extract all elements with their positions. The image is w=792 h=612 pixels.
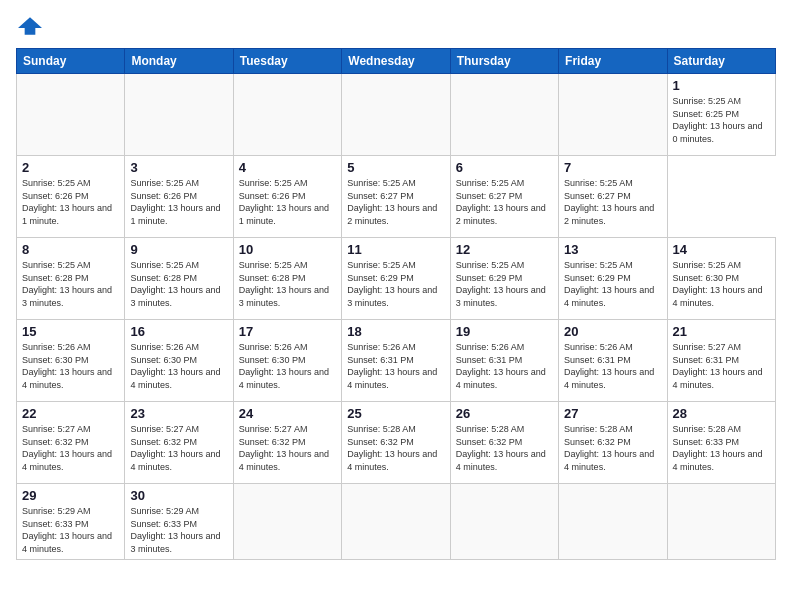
- day-info: Sunrise: 5:25 AMSunset: 6:26 PMDaylight:…: [22, 177, 119, 227]
- calendar-day-cell: 22Sunrise: 5:27 AMSunset: 6:32 PMDayligh…: [17, 402, 125, 484]
- day-of-week-header: Monday: [125, 49, 233, 74]
- calendar-day-cell: 29Sunrise: 5:29 AMSunset: 6:33 PMDayligh…: [17, 484, 125, 560]
- calendar-day-cell: 4Sunrise: 5:25 AMSunset: 6:26 PMDaylight…: [233, 156, 341, 238]
- calendar-day-cell: 3Sunrise: 5:25 AMSunset: 6:26 PMDaylight…: [125, 156, 233, 238]
- day-info: Sunrise: 5:25 AMSunset: 6:28 PMDaylight:…: [22, 259, 119, 309]
- calendar-day-cell: 28Sunrise: 5:28 AMSunset: 6:33 PMDayligh…: [667, 402, 775, 484]
- calendar-day-cell: [233, 74, 341, 156]
- calendar-day-cell: [233, 484, 341, 560]
- day-number: 23: [130, 406, 227, 421]
- calendar-day-cell: 5Sunrise: 5:25 AMSunset: 6:27 PMDaylight…: [342, 156, 450, 238]
- day-number: 19: [456, 324, 553, 339]
- day-number: 17: [239, 324, 336, 339]
- calendar-day-cell: 24Sunrise: 5:27 AMSunset: 6:32 PMDayligh…: [233, 402, 341, 484]
- calendar-header-row: SundayMondayTuesdayWednesdayThursdayFrid…: [17, 49, 776, 74]
- calendar-day-cell: 13Sunrise: 5:25 AMSunset: 6:29 PMDayligh…: [559, 238, 667, 320]
- calendar-day-cell: 12Sunrise: 5:25 AMSunset: 6:29 PMDayligh…: [450, 238, 558, 320]
- day-number: 18: [347, 324, 444, 339]
- day-info: Sunrise: 5:25 AMSunset: 6:27 PMDaylight:…: [347, 177, 444, 227]
- day-info: Sunrise: 5:26 AMSunset: 6:31 PMDaylight:…: [564, 341, 661, 391]
- day-info: Sunrise: 5:26 AMSunset: 6:30 PMDaylight:…: [22, 341, 119, 391]
- calendar-day-cell: [342, 484, 450, 560]
- calendar-day-cell: 26Sunrise: 5:28 AMSunset: 6:32 PMDayligh…: [450, 402, 558, 484]
- day-info: Sunrise: 5:29 AMSunset: 6:33 PMDaylight:…: [22, 505, 119, 555]
- calendar-day-cell: 19Sunrise: 5:26 AMSunset: 6:31 PMDayligh…: [450, 320, 558, 402]
- calendar-week-row: 15Sunrise: 5:26 AMSunset: 6:30 PMDayligh…: [17, 320, 776, 402]
- calendar-day-cell: 7Sunrise: 5:25 AMSunset: 6:27 PMDaylight…: [559, 156, 667, 238]
- day-number: 13: [564, 242, 661, 257]
- day-number: 16: [130, 324, 227, 339]
- calendar-day-cell: 9Sunrise: 5:25 AMSunset: 6:28 PMDaylight…: [125, 238, 233, 320]
- day-of-week-header: Thursday: [450, 49, 558, 74]
- day-info: Sunrise: 5:29 AMSunset: 6:33 PMDaylight:…: [130, 505, 227, 555]
- day-number: 24: [239, 406, 336, 421]
- day-number: 15: [22, 324, 119, 339]
- calendar-day-cell: 6Sunrise: 5:25 AMSunset: 6:27 PMDaylight…: [450, 156, 558, 238]
- day-info: Sunrise: 5:28 AMSunset: 6:32 PMDaylight:…: [347, 423, 444, 473]
- calendar-day-cell: [450, 484, 558, 560]
- day-number: 25: [347, 406, 444, 421]
- calendar-day-cell: 18Sunrise: 5:26 AMSunset: 6:31 PMDayligh…: [342, 320, 450, 402]
- day-info: Sunrise: 5:25 AMSunset: 6:27 PMDaylight:…: [456, 177, 553, 227]
- day-number: 7: [564, 160, 661, 175]
- calendar-week-row: 29Sunrise: 5:29 AMSunset: 6:33 PMDayligh…: [17, 484, 776, 560]
- day-number: 14: [673, 242, 770, 257]
- day-info: Sunrise: 5:27 AMSunset: 6:32 PMDaylight:…: [22, 423, 119, 473]
- calendar-day-cell: 14Sunrise: 5:25 AMSunset: 6:30 PMDayligh…: [667, 238, 775, 320]
- calendar-week-row: 8Sunrise: 5:25 AMSunset: 6:28 PMDaylight…: [17, 238, 776, 320]
- day-info: Sunrise: 5:28 AMSunset: 6:32 PMDaylight:…: [456, 423, 553, 473]
- calendar-week-row: 22Sunrise: 5:27 AMSunset: 6:32 PMDayligh…: [17, 402, 776, 484]
- calendar-day-cell: 8Sunrise: 5:25 AMSunset: 6:28 PMDaylight…: [17, 238, 125, 320]
- day-info: Sunrise: 5:25 AMSunset: 6:29 PMDaylight:…: [347, 259, 444, 309]
- day-number: 6: [456, 160, 553, 175]
- day-info: Sunrise: 5:25 AMSunset: 6:29 PMDaylight:…: [564, 259, 661, 309]
- day-info: Sunrise: 5:26 AMSunset: 6:30 PMDaylight:…: [130, 341, 227, 391]
- day-number: 28: [673, 406, 770, 421]
- day-number: 30: [130, 488, 227, 503]
- logo-icon: [16, 16, 44, 36]
- day-number: 10: [239, 242, 336, 257]
- calendar-day-cell: [450, 74, 558, 156]
- calendar-day-cell: [342, 74, 450, 156]
- header: [16, 16, 776, 36]
- day-number: 29: [22, 488, 119, 503]
- day-info: Sunrise: 5:25 AMSunset: 6:29 PMDaylight:…: [456, 259, 553, 309]
- day-number: 3: [130, 160, 227, 175]
- calendar-day-cell: 27Sunrise: 5:28 AMSunset: 6:32 PMDayligh…: [559, 402, 667, 484]
- calendar-day-cell: [559, 74, 667, 156]
- calendar-day-cell: 20Sunrise: 5:26 AMSunset: 6:31 PMDayligh…: [559, 320, 667, 402]
- day-number: 9: [130, 242, 227, 257]
- calendar-day-cell: [17, 74, 125, 156]
- calendar-day-cell: 17Sunrise: 5:26 AMSunset: 6:30 PMDayligh…: [233, 320, 341, 402]
- calendar-day-cell: [125, 74, 233, 156]
- calendar-day-cell: 23Sunrise: 5:27 AMSunset: 6:32 PMDayligh…: [125, 402, 233, 484]
- day-info: Sunrise: 5:27 AMSunset: 6:32 PMDaylight:…: [239, 423, 336, 473]
- day-of-week-header: Tuesday: [233, 49, 341, 74]
- day-info: Sunrise: 5:28 AMSunset: 6:33 PMDaylight:…: [673, 423, 770, 473]
- svg-marker-0: [18, 17, 42, 34]
- day-number: 11: [347, 242, 444, 257]
- day-info: Sunrise: 5:25 AMSunset: 6:25 PMDaylight:…: [673, 95, 770, 145]
- calendar-day-cell: 30Sunrise: 5:29 AMSunset: 6:33 PMDayligh…: [125, 484, 233, 560]
- day-number: 5: [347, 160, 444, 175]
- day-info: Sunrise: 5:25 AMSunset: 6:27 PMDaylight:…: [564, 177, 661, 227]
- day-number: 26: [456, 406, 553, 421]
- day-of-week-header: Sunday: [17, 49, 125, 74]
- calendar-week-row: 1Sunrise: 5:25 AMSunset: 6:25 PMDaylight…: [17, 74, 776, 156]
- calendar-day-cell: 15Sunrise: 5:26 AMSunset: 6:30 PMDayligh…: [17, 320, 125, 402]
- calendar-day-cell: 10Sunrise: 5:25 AMSunset: 6:28 PMDayligh…: [233, 238, 341, 320]
- day-of-week-header: Friday: [559, 49, 667, 74]
- calendar-day-cell: 16Sunrise: 5:26 AMSunset: 6:30 PMDayligh…: [125, 320, 233, 402]
- calendar-day-cell: [667, 484, 775, 560]
- day-number: 22: [22, 406, 119, 421]
- day-info: Sunrise: 5:26 AMSunset: 6:31 PMDaylight:…: [347, 341, 444, 391]
- calendar: SundayMondayTuesdayWednesdayThursdayFrid…: [16, 48, 776, 560]
- calendar-day-cell: [559, 484, 667, 560]
- day-info: Sunrise: 5:25 AMSunset: 6:26 PMDaylight:…: [239, 177, 336, 227]
- day-number: 20: [564, 324, 661, 339]
- calendar-day-cell: 25Sunrise: 5:28 AMSunset: 6:32 PMDayligh…: [342, 402, 450, 484]
- day-info: Sunrise: 5:25 AMSunset: 6:26 PMDaylight:…: [130, 177, 227, 227]
- day-number: 8: [22, 242, 119, 257]
- day-info: Sunrise: 5:25 AMSunset: 6:28 PMDaylight:…: [130, 259, 227, 309]
- day-of-week-header: Wednesday: [342, 49, 450, 74]
